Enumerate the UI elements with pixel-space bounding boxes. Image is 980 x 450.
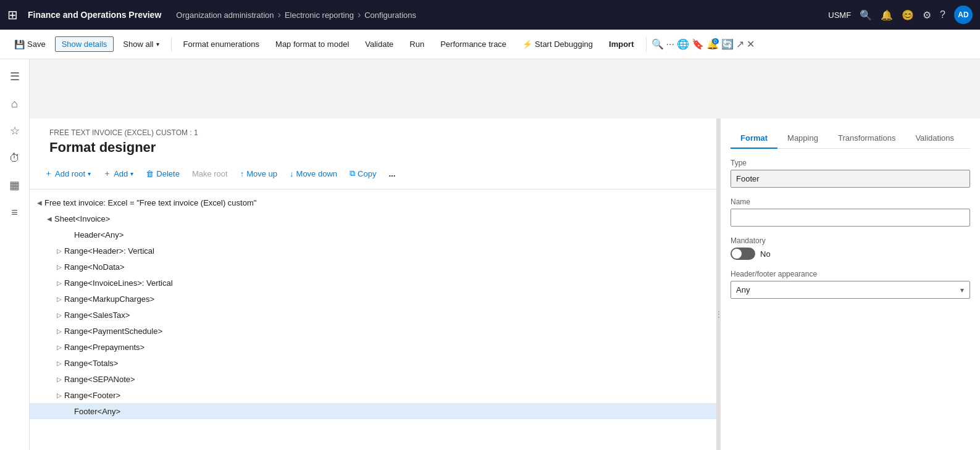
app-grid-icon[interactable]: ⊞ (7, 7, 18, 22)
tree-item[interactable]: ▷ Range<PaymentSchedule> (30, 323, 716, 339)
run-button[interactable]: Run (403, 36, 431, 52)
move-up-button[interactable]: ↑ Move up (235, 167, 282, 181)
header-footer-select[interactable]: Any Even page Odd page First page (731, 281, 970, 299)
tree-toggle[interactable]: ◀ (44, 214, 54, 223)
tree-item-selected[interactable]: ▷ Footer<Any> (30, 403, 716, 419)
breadcrumb-org-admin[interactable]: Organization administration (176, 10, 274, 20)
mandatory-toggle-row: No (731, 248, 970, 260)
avatar[interactable]: AD (954, 6, 973, 24)
show-all-button[interactable]: Show all ▾ (116, 36, 165, 52)
tree-panel: FREE TEXT INVOICE (EXCEL) CUSTOM : 1 For… (30, 119, 717, 450)
more-button[interactable]: ... (383, 167, 400, 181)
tree-item[interactable]: ▷ Range<MarkupCharges> (30, 291, 716, 307)
tree-item[interactable]: ▷ Range<Prepayments> (30, 339, 716, 355)
breadcrumb-configurations[interactable]: Configurations (364, 10, 416, 20)
name-input[interactable] (731, 209, 970, 227)
header-footer-select-wrapper: Any Even page Odd page First page (731, 281, 970, 299)
search-toolbar-icon[interactable]: 🔍 (651, 38, 664, 50)
globe-icon[interactable]: 🌐 (677, 38, 689, 50)
close-icon[interactable]: ✕ (747, 38, 755, 50)
tree-toggle[interactable]: ▷ (54, 310, 64, 320)
sidebar-icon-modules[interactable]: ≡ (2, 200, 27, 225)
import-button[interactable]: Import (602, 36, 640, 52)
add-icon: ＋ (103, 168, 111, 179)
type-field-group: Type (731, 159, 970, 188)
move-up-icon: ↑ (240, 169, 245, 178)
settings-icon[interactable]: ⚙ (923, 9, 931, 21)
format-enumerations-button[interactable]: Format enumerations (177, 36, 267, 52)
move-down-button[interactable]: ↓ Move down (285, 167, 342, 181)
tab-validations[interactable]: Validations (905, 128, 964, 149)
add-chevron: ▾ (130, 170, 133, 177)
tree-item-label: Range<SalesTax> (64, 310, 711, 320)
tree-item-label: Footer<Any> (74, 407, 711, 416)
tree-item-label: Free text invoice: Excel = "Free text in… (44, 198, 711, 207)
smiley-icon[interactable]: 😊 (902, 9, 914, 21)
tree-item[interactable]: ◀ Sheet<Invoice> (30, 210, 716, 227)
more-toolbar-icon[interactable]: ··· (666, 39, 674, 50)
show-details-button[interactable]: Show details (55, 36, 114, 52)
sidebar-icon-recent[interactable]: ⏱ (2, 146, 27, 170)
add-button[interactable]: ＋ Add ▾ (98, 165, 138, 181)
page-breadcrumb: FREE TEXT INVOICE (EXCEL) CUSTOM : 1 (49, 128, 697, 137)
toolbar-sep-1 (171, 37, 172, 52)
tree-item[interactable]: ▷ Range<SEPANote> (30, 371, 716, 387)
open-new-icon[interactable]: ↗ (736, 38, 744, 50)
validate-button[interactable]: Validate (358, 36, 400, 52)
tree-item-label: Range<Footer> (64, 391, 711, 400)
tree-item-label: Header<Any> (74, 230, 711, 240)
tree-item-label: Range<InvoiceLines>: Vertical (64, 278, 711, 288)
tab-format[interactable]: Format (731, 128, 777, 149)
map-format-button[interactable]: Map format to model (269, 36, 356, 52)
save-button[interactable]: 💾 Save (7, 36, 52, 52)
tree-toggle[interactable]: ▷ (54, 374, 64, 384)
notification-badge-icon[interactable]: 🔔0 (706, 38, 719, 50)
tree-toggle[interactable]: ◀ (35, 198, 44, 207)
tree-item[interactable]: ◀ Free text invoice: Excel = "Free text … (30, 194, 716, 210)
tree-toggle[interactable]: ▷ (54, 326, 64, 336)
header-footer-label: Header/footer appearance (731, 270, 970, 278)
start-debugging-button[interactable]: ⚡ Start Debugging (516, 36, 600, 52)
tree-item[interactable]: ▷ Range<SalesTax> (30, 307, 716, 323)
tree-toggle[interactable]: ▷ (54, 278, 64, 288)
name-label: Name (731, 198, 970, 206)
mandatory-toggle[interactable] (731, 248, 755, 260)
make-root-button: Make root (187, 167, 233, 181)
tab-transformations[interactable]: Transformations (828, 128, 905, 149)
sidebar-icon-favorites[interactable]: ☆ (2, 119, 27, 143)
delete-icon: 🗑 (146, 169, 154, 178)
right-panel: Format Mapping Transformations Validatio… (721, 119, 980, 450)
copy-button[interactable]: ⧉ Copy (345, 166, 381, 181)
sidebar-icon-home[interactable]: ⌂ (2, 91, 27, 116)
delete-button[interactable]: 🗑 Delete (141, 167, 185, 181)
tree-toggle[interactable]: ▷ (54, 262, 64, 272)
subtoolbar: ＋ Add root ▾ ＋ Add ▾ 🗑 Delete Make root … (30, 165, 716, 190)
sidebar-icon-menu[interactable]: ☰ (2, 64, 27, 89)
tree-item[interactable]: ▷ Range<InvoiceLines>: Vertical (30, 275, 716, 291)
tree-item[interactable]: ▷ Range<Totals> (30, 355, 716, 371)
help-icon[interactable]: ? (940, 9, 945, 20)
bell-icon[interactable]: 🔔 (881, 9, 893, 21)
add-root-button[interactable]: ＋ Add root ▾ (40, 165, 96, 181)
main-toolbar: 💾 Save Show details Show all ▾ Format en… (0, 30, 980, 59)
tree-toggle[interactable]: ▷ (54, 342, 64, 352)
tree: ◀ Free text invoice: Excel = "Free text … (30, 190, 716, 424)
tree-item[interactable]: ▷ Range<Footer> (30, 387, 716, 403)
tree-toggle[interactable]: ▷ (54, 358, 64, 368)
refresh-icon[interactable]: 🔄 (721, 38, 734, 50)
tree-toggle[interactable]: ▷ (54, 294, 64, 304)
tree-item[interactable]: ▷ Range<NoData> (30, 259, 716, 275)
page-title: Format designer (49, 140, 697, 156)
type-input[interactable] (731, 170, 970, 188)
breadcrumb-electronic-reporting[interactable]: Electronic reporting (285, 10, 354, 20)
tree-item[interactable]: ▷ Range<Header>: Vertical (30, 243, 716, 259)
tree-item[interactable]: ▷ Header<Any> (30, 227, 716, 243)
sidebar-icon-workspaces[interactable]: ▦ (2, 173, 27, 198)
bookmark-icon[interactable]: 🔖 (692, 38, 704, 50)
search-icon[interactable]: 🔍 (860, 9, 872, 21)
tab-mapping[interactable]: Mapping (777, 128, 828, 149)
tree-toggle[interactable]: ▷ (54, 246, 64, 256)
add-root-chevron: ▾ (88, 170, 91, 177)
tree-toggle[interactable]: ▷ (54, 390, 64, 400)
performance-trace-button[interactable]: Performance trace (433, 36, 513, 52)
